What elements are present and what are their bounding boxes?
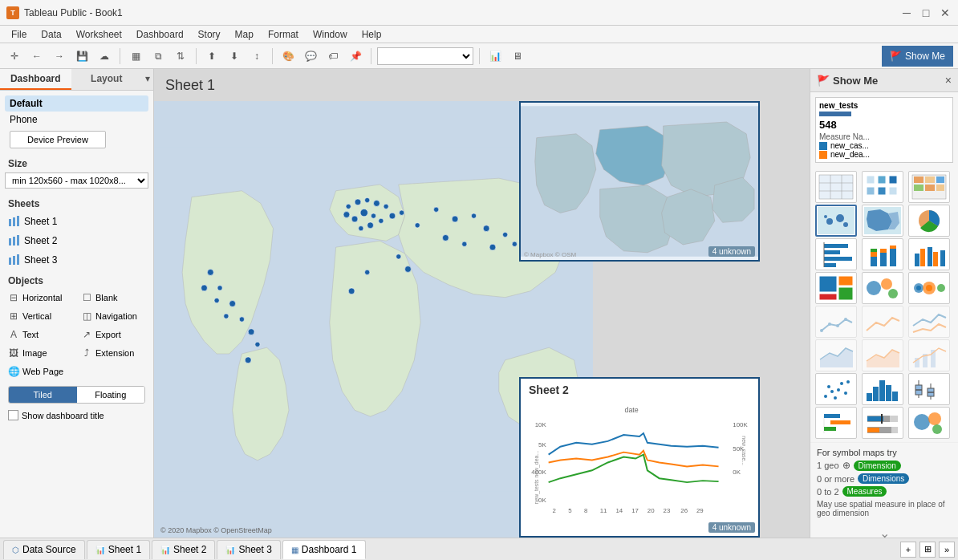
menu-map[interactable]: Map [229,27,260,42]
chart-type-highlight-table[interactable] [908,171,950,203]
toolbar-marks-dropdown[interactable] [377,47,473,65]
scroll-sheets-button[interactable]: » [939,542,955,558]
toolbar: ✛ ← → 💾 ☁ ▦ ⧉ ⇅ ⬆ ⬇ ↕ 🎨 💬 🏷 📌 📊 🖥 🚩 Show… [0,43,958,69]
object-webpage[interactable]: 🌐 Web Page [5,363,75,379]
chart-type-stacked-bars[interactable] [862,238,903,270]
show-me-close-button[interactable]: × [945,74,952,87]
object-export[interactable]: ↗ Export [78,327,148,343]
toolbar-crosshair[interactable]: ✛ [5,47,24,66]
object-image[interactable]: 🖼 Image [5,345,75,361]
chart-type-symbol-map[interactable] [815,205,857,237]
add-sheet-button[interactable]: + [900,542,916,558]
dashboard1-tab[interactable]: ▦ Dashboard 1 [282,540,366,559]
toolbar-screen[interactable]: 🖥 [508,47,527,66]
chart-area: date 10K 5K 400K 0K 100K 50K 0K 2 5 8 11… [529,401,750,520]
minimize-button[interactable]: ─ [900,6,913,19]
chart-type-scatter-plot[interactable] [815,373,857,405]
sheet3-tab[interactable]: 📊 Sheet 3 [217,540,280,559]
tab-dashboard[interactable]: Dashboard [0,69,71,90]
chart-type-pie-chart[interactable] [908,205,950,237]
sheet3-box[interactable]: Sheet 3 © Mapbox © OSM 4 unknown [519,101,760,262]
sheet-label-3: Sheet 3 [24,254,57,266]
toolbar-tooltip[interactable]: 💬 [301,47,320,66]
sheet-item-1[interactable]: Sheet 1 [5,213,148,230]
window-title: Tableau Public - Book1 [24,7,123,18]
toolbar-forward[interactable]: → [50,47,69,66]
floating-button[interactable]: Floating [77,387,145,403]
device-phone[interactable]: Phone [5,112,148,128]
sheet-item-3[interactable]: Sheet 3 [5,251,148,269]
title-bar-left: T Tableau Public - Book1 [6,6,123,19]
toolbar-chart[interactable]: 📊 [485,47,505,66]
svg-rect-114 [838,276,853,286]
svg-point-127 [836,324,839,327]
chart-type-packed-bubbles[interactable] [908,407,950,439]
toolbar-back[interactable]: ← [27,47,47,66]
chart-type-text-table[interactable] [815,171,857,203]
toolbar-view-type[interactable]: ▦ [126,47,145,66]
sheet3-tab-icon: 📊 [225,546,235,554]
svg-rect-80 [878,187,886,195]
chart-type-gantt-chart[interactable] [815,407,857,439]
chart-type-box-whisker[interactable] [908,373,950,405]
chart-type-bullet-graph[interactable] [862,407,903,439]
sort-sheets-button[interactable]: ⊞ [919,542,936,558]
tab-layout[interactable]: Layout [71,69,143,90]
sheet-item-2[interactable]: Sheet 2 [5,232,148,250]
sheet1-tab[interactable]: 📊 Sheet 1 [87,540,150,559]
menu-worksheet[interactable]: Worksheet [70,27,128,42]
toolbar-save-local[interactable]: 💾 [72,47,91,66]
svg-point-119 [888,289,898,298]
object-navigation[interactable]: ◫ Navigation [78,308,148,324]
menu-window[interactable]: Window [306,27,354,42]
svg-rect-103 [871,249,877,252]
toolbar-sort-highlight[interactable]: ↕ [247,47,266,66]
svg-point-30 [442,235,449,241]
size-dropdown[interactable]: min 120x560 - max 1020x8... [5,172,148,189]
menu-file[interactable]: File [5,27,33,42]
toolbar-sort-asc[interactable]: ⬆ [202,47,221,66]
panel-tab-arrow[interactable]: ▾ [142,69,153,90]
object-vertical[interactable]: ⊞ Vertical [5,308,75,324]
object-text[interactable]: A Text [5,327,75,343]
toolbar-pin[interactable]: 📌 [346,47,365,66]
tooltip-bar [819,112,851,116]
show-me-button[interactable]: 🚩 Show Me [882,46,953,67]
maximize-button[interactable]: □ [919,6,932,19]
menu-story[interactable]: Story [192,27,227,42]
scroll-down-indicator[interactable]: ⌄ [810,522,958,538]
device-default[interactable]: Default [5,95,148,112]
menu-help[interactable]: Help [355,27,388,42]
chart-type-filled-map[interactable] [862,205,903,237]
object-horizontal[interactable]: ⊟ Horizontal [5,290,75,306]
toolbar-swap[interactable]: ⇅ [171,47,190,66]
menu-data[interactable]: Data [35,27,67,42]
object-blank[interactable]: ☐ Blank [78,290,148,306]
sheet2-box[interactable]: Sheet 2 date 10K 5K 400K 0K 100K 50K 0K [519,377,760,538]
object-extension[interactable]: ⤴ Extension [78,345,148,361]
close-button[interactable]: ✕ [939,6,952,19]
toolbar-publish[interactable]: ☁ [95,47,114,66]
toolbar-sort-desc[interactable]: ⬇ [225,47,244,66]
sheet2-tab[interactable]: 📊 Sheet 2 [152,540,215,559]
legend-item-2: new_dea... [819,150,949,159]
chart-type-circle-views[interactable] [862,272,903,304]
chart-type-side-by-side-bars[interactable] [908,238,950,270]
data-source-tab[interactable]: ⬡ Data Source [3,540,85,559]
device-preview-button[interactable]: Device Preview [10,131,106,148]
chart-type-side-by-side-circles[interactable] [908,272,950,304]
chart-type-histogram[interactable] [862,373,903,405]
menu-dashboard[interactable]: Dashboard [130,27,190,42]
chart-type-heat-map[interactable] [862,171,903,203]
menu-format[interactable]: Format [262,27,305,42]
chart-type-horizontal-bars[interactable] [815,238,857,270]
show-title-row[interactable]: Show dashboard title [5,407,148,424]
toolbar-duplicate[interactable]: ⧉ [148,47,168,66]
toolbar-label[interactable]: 🏷 [323,47,343,66]
show-me-header: 🚩 Show Me × [810,69,958,92]
tiled-button[interactable]: Tiled [9,387,77,403]
show-title-checkbox[interactable] [8,410,18,420]
req-num-1: 1 geo [817,461,839,470]
toolbar-color[interactable]: 🎨 [278,47,298,66]
chart-type-treemap[interactable] [815,272,857,304]
